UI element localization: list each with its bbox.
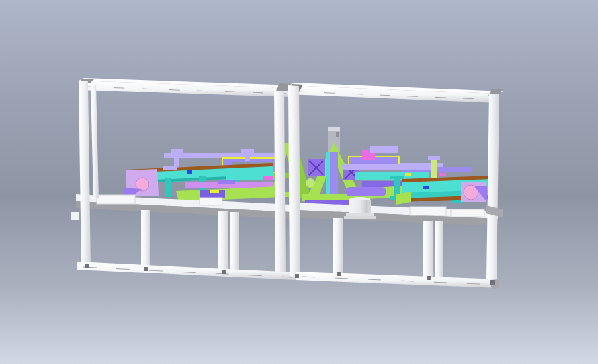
back-rail[interactable] xyxy=(164,153,277,158)
clamp-knob[interactable] xyxy=(306,178,315,188)
vertical-slide-rail[interactable] xyxy=(326,152,330,200)
fixture-block-2[interactable] xyxy=(451,209,484,217)
cable-duct[interactable] xyxy=(345,187,386,196)
table-leg-1[interactable] xyxy=(141,210,150,271)
foot-mark-3 xyxy=(427,276,431,280)
tower-column-mark xyxy=(336,132,339,137)
cad-viewport[interactable] xyxy=(0,0,598,364)
mid-post[interactable] xyxy=(274,86,286,275)
left-post[interactable] xyxy=(288,85,300,277)
foot-mark-1 xyxy=(295,274,299,278)
side-tab[interactable] xyxy=(71,212,79,220)
fixture-block-2[interactable] xyxy=(200,198,222,205)
foot-mark-2 xyxy=(337,272,341,276)
fixture-block-1[interactable] xyxy=(97,195,135,204)
table-leg-1[interactable] xyxy=(333,218,343,275)
guide-tube[interactable] xyxy=(342,164,432,170)
fixture-block-1[interactable] xyxy=(410,207,446,215)
foot-mark-1 xyxy=(85,264,89,268)
foot-mark-3 xyxy=(222,270,226,274)
yellow-chip xyxy=(405,173,411,176)
riser-cap[interactable] xyxy=(171,149,183,153)
blue-chip xyxy=(187,170,192,174)
blue-chip xyxy=(423,186,429,189)
cad-scene[interactable] xyxy=(0,0,598,364)
magenta-chip xyxy=(263,176,273,180)
scene-root xyxy=(0,0,598,364)
tower-column-cap[interactable] xyxy=(328,127,340,131)
violet-chip xyxy=(218,180,235,184)
lav-top-plate[interactable] xyxy=(370,146,398,153)
table-leg-2b[interactable] xyxy=(230,212,239,275)
foot-mark-4 xyxy=(490,280,495,285)
table-leg-2a[interactable] xyxy=(218,211,228,275)
foot-mark-2 xyxy=(144,267,148,271)
yellow-chip xyxy=(210,190,219,193)
table-leg-2a[interactable] xyxy=(423,221,433,279)
table-leg-2b[interactable] xyxy=(435,221,443,279)
pedestal-base-plate[interactable] xyxy=(344,216,376,219)
magenta-chip xyxy=(439,173,446,176)
thin-post-cap[interactable] xyxy=(428,156,440,160)
pedestal-cylinder[interactable] xyxy=(349,200,371,214)
t-post-cap[interactable] xyxy=(241,149,254,153)
t-post[interactable] xyxy=(245,151,250,161)
lav-chip xyxy=(163,166,177,170)
stand-leg-1[interactable] xyxy=(165,178,171,197)
